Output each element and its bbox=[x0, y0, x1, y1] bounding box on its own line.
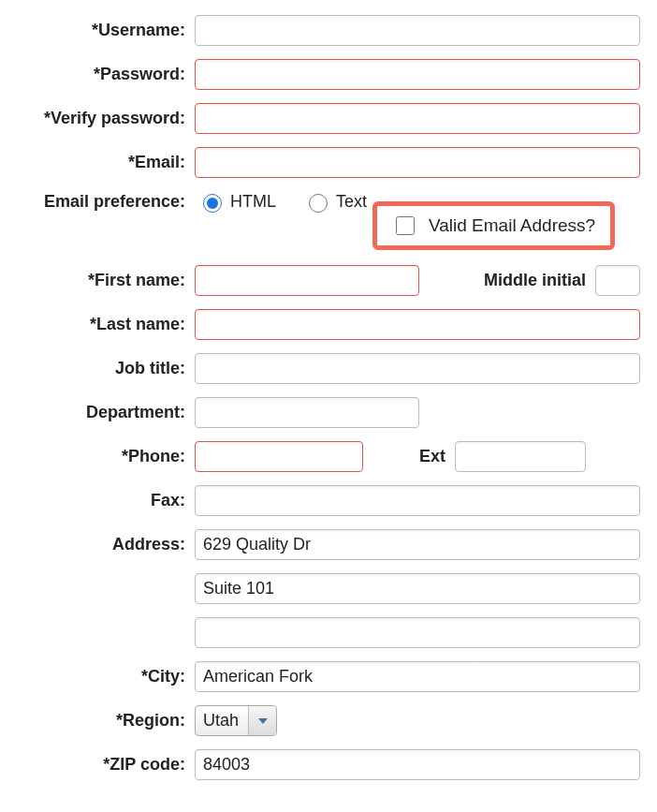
input-username[interactable] bbox=[195, 15, 640, 46]
row-address3 bbox=[17, 617, 640, 648]
chevron-down-icon bbox=[248, 706, 276, 735]
row-phone: *Phone: Ext bbox=[17, 441, 640, 472]
input-email[interactable] bbox=[195, 147, 640, 178]
label-job-title: Job title: bbox=[17, 359, 195, 378]
input-password[interactable] bbox=[195, 59, 640, 90]
row-username: *Username: bbox=[17, 15, 640, 46]
label-ext: Ext bbox=[419, 447, 445, 466]
select-region-value: Utah bbox=[196, 706, 248, 735]
input-job-title[interactable] bbox=[195, 353, 640, 384]
row-last-name: *Last name: bbox=[17, 309, 640, 340]
input-verify-password[interactable] bbox=[195, 103, 640, 134]
label-first-name: *First name: bbox=[17, 271, 195, 290]
label-region: *Region: bbox=[17, 711, 195, 731]
label-verify-password: *Verify password: bbox=[17, 109, 195, 128]
row-first-name: *First name: Middle initial bbox=[17, 265, 640, 296]
row-job-title: Job title: bbox=[17, 353, 640, 384]
input-address2[interactable] bbox=[195, 573, 640, 604]
label-fax: Fax: bbox=[17, 491, 195, 510]
label-address: Address: bbox=[17, 535, 195, 554]
input-middle-initial[interactable] bbox=[595, 265, 640, 296]
label-password: *Password: bbox=[17, 65, 195, 84]
input-address1[interactable] bbox=[195, 529, 640, 560]
row-verify-password: *Verify password: bbox=[17, 103, 640, 134]
label-last-name: *Last name: bbox=[17, 315, 195, 334]
row-valid-email: Valid Email Address? bbox=[17, 209, 640, 252]
input-department[interactable] bbox=[195, 397, 419, 428]
row-address1: Address: bbox=[17, 529, 640, 560]
input-zip[interactable] bbox=[195, 749, 640, 780]
label-middle-initial: Middle initial bbox=[484, 271, 586, 290]
label-city: *City: bbox=[17, 667, 195, 687]
checkbox-valid-email[interactable] bbox=[396, 216, 415, 235]
input-fax[interactable] bbox=[195, 485, 640, 516]
select-region[interactable]: Utah bbox=[195, 705, 277, 736]
highlight-valid-email: Valid Email Address? bbox=[372, 201, 615, 250]
svg-marker-0 bbox=[258, 718, 268, 724]
row-city: *City: bbox=[17, 661, 640, 692]
row-region: *Region: Utah bbox=[17, 705, 640, 736]
label-email: *Email: bbox=[17, 153, 195, 172]
input-first-name[interactable] bbox=[195, 265, 419, 296]
row-department: Department: bbox=[17, 397, 640, 428]
row-email: *Email: bbox=[17, 147, 640, 178]
row-address2 bbox=[17, 573, 640, 604]
input-last-name[interactable] bbox=[195, 309, 640, 340]
input-phone[interactable] bbox=[195, 441, 363, 472]
label-zip: *ZIP code: bbox=[17, 755, 195, 775]
label-username: *Username: bbox=[17, 21, 195, 40]
label-department: Department: bbox=[17, 403, 195, 422]
row-zip: *ZIP code: bbox=[17, 749, 640, 780]
row-password: *Password: bbox=[17, 59, 640, 90]
label-valid-email: Valid Email Address? bbox=[429, 215, 595, 236]
label-phone: *Phone: bbox=[17, 447, 195, 466]
input-city[interactable] bbox=[195, 661, 640, 692]
input-ext[interactable] bbox=[455, 441, 586, 472]
row-fax: Fax: bbox=[17, 485, 640, 516]
input-address3[interactable] bbox=[195, 617, 640, 648]
